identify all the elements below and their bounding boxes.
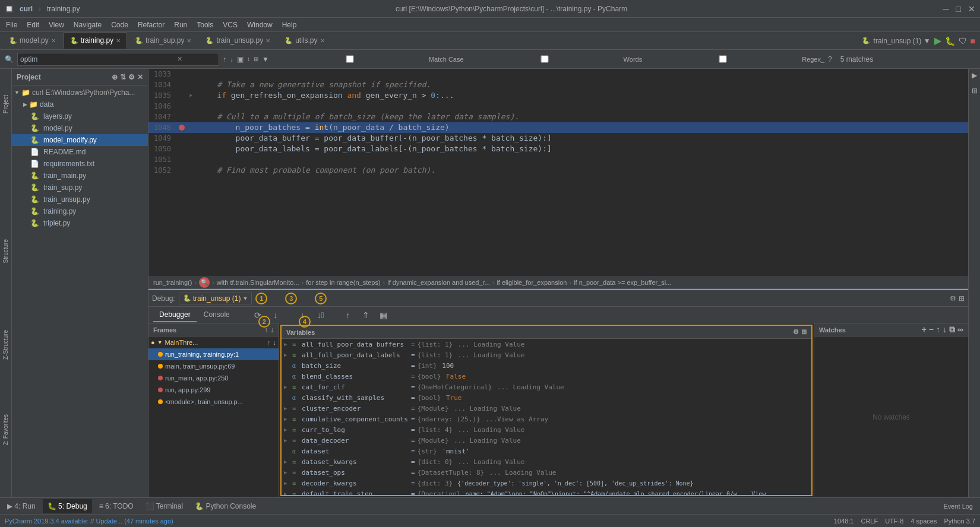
tree-train-main-py[interactable]: 🐍 train_main.py [12,170,148,182]
close-btn[interactable]: ✕ [968,4,975,14]
frame-run-main[interactable]: run_main, app.py:250 [148,372,279,384]
tree-train-sup-py[interactable]: 🐍 train_sup.py [12,182,148,193]
menu-help[interactable]: Help [279,20,301,30]
menu-run[interactable]: Run [170,20,191,30]
tab-train-sup-py[interactable]: 🐍 train_sup.py ✕ [128,32,198,49]
thread-nav-down[interactable]: ↓ [273,339,277,346]
event-log-btn[interactable]: Event Log [938,503,978,510]
debug-settings-icon[interactable]: ⚙ [950,294,956,303]
panel-settings-icon[interactable]: ⚙ [128,73,135,81]
var-blend-classes[interactable]: α blend_classes = {bool} False [282,371,811,382]
var-all-full-poor-data-labels[interactable]: ▶ ≡ all_full_poor_data_labels = {list: 1… [282,350,811,360]
minimize-btn[interactable]: ─ [943,4,949,14]
python-version[interactable]: Python 3.7 [944,518,975,525]
tree-requirements-txt[interactable]: 📄 requirements.txt [12,158,148,170]
search-prev-btn[interactable]: ↑ [223,55,226,64]
var-all-full-poor-data-buffers[interactable]: ▶ ≡ all_full_poor_data_buffers = {list: … [282,339,811,350]
watches-copy-btn[interactable]: ⧉ [949,325,955,335]
run-debug-btn[interactable]: 🐛 [945,36,955,46]
main-thread[interactable]: ● ▼ MainThre... ↑ ↓ [148,336,279,348]
tab-run[interactable]: ▶ 4: Run [2,499,40,513]
sidebar-zstructure-label[interactable]: Z-Structure [1,328,10,362]
tab-close-icon[interactable]: ✕ [265,37,270,44]
panel-sync-icon[interactable]: ⇅ [120,73,126,81]
menu-window[interactable]: Window [244,20,276,30]
search-next-btn[interactable]: ↓ [230,55,233,64]
watches-add-btn[interactable]: + [922,325,927,335]
match-case-option[interactable]: Match Case [273,55,464,63]
var-batch-size[interactable]: α batch_size = {int} 100 [282,360,811,371]
tab-close-icon[interactable]: ✕ [186,37,191,44]
menu-refactor[interactable]: Refactor [134,20,168,30]
tree-model-modify-py[interactable]: 🐍 model_modify.py [12,134,148,146]
var-default-train-step[interactable]: ▶ ≡ default_train_step = {Operation} nam… [282,488,811,495]
search-clear-btn[interactable]: ✕ [177,55,182,63]
search-floating-btn[interactable]: 🔍 [199,277,210,288]
menu-view[interactable]: View [45,20,68,30]
search-multiline2-btn[interactable]: ⊞ [254,56,258,62]
tab-close-icon[interactable]: ✕ [51,37,56,44]
match-case-checkbox[interactable] [273,55,427,63]
sidebar-project-label[interactable]: Project [1,93,10,116]
var-data-decoder[interactable]: ▶ ≡ data_decoder = {Module} ... Loading … [282,435,811,446]
breadcrumb-if-n-poor[interactable]: if n_poor_data >= exp_buffer_si... [574,279,671,286]
console-tab[interactable]: Console [198,308,236,322]
run-config-name[interactable]: train_unsup (1) ▼ [874,37,931,45]
sidebar-structure-label[interactable]: Structure [1,237,10,266]
breadcrumb-if-dynamic[interactable]: if dynamic_expansion and used_r... [387,279,489,286]
var-curr-to-log[interactable]: ▶ ≡ curr_to_log = {list: 4} ... Loading … [282,424,811,435]
debug-frames-btn[interactable]: ▦ [377,309,390,322]
tree-root[interactable]: ▼ 📁 curl E:\Windows\Python\Pycha... [12,87,148,99]
frame-main[interactable]: main, train_unsup.py:69 [148,360,279,372]
search-multiline-btn[interactable]: ↕ [247,56,250,62]
run-coverage-btn[interactable]: 🛡 [959,36,967,46]
menu-vcs[interactable]: VCS [219,20,241,30]
update-message[interactable]: PyCharm 2019.3.4 available: // Update...… [5,518,173,525]
tab-close-icon[interactable]: ✕ [320,37,325,44]
indent[interactable]: 4 spaces [911,518,937,525]
debug-run-cursor-btn[interactable]: ⇑ [359,309,372,322]
tab-utils-py[interactable]: 🐍 utils.py ✕ [278,32,331,49]
breadcrumb-with[interactable]: with tf.train.SingularMonito... [217,279,299,286]
tab-terminal[interactable]: ⬛ Terminal [141,499,188,513]
menu-navigate[interactable]: Navigate [70,20,105,30]
debug-session-selector[interactable]: 🐍 train_unsup (1) ▼ [179,293,252,304]
var-decoder-kwargs[interactable]: ▶ ≡ decoder_kwargs = {dict: 3} {'decoder… [282,478,811,488]
breadcrumb-if-eligible[interactable]: if eligible_for_expansion [497,279,567,286]
panel-add-icon[interactable]: ⊕ [112,73,118,81]
line-ending[interactable]: CRLF [861,518,878,525]
var-cumulative-component-counts[interactable]: ▶ ≡ cumulative_component_counts = {ndarr… [282,414,811,424]
tab-close-icon[interactable]: ✕ [116,37,121,44]
tab-model-py[interactable]: 🐍 model.py ✕ [2,32,62,49]
thread-nav-up[interactable]: ↑ [267,339,271,346]
debug-layout-icon[interactable]: ⊞ [959,294,965,303]
tree-train-unsup-py[interactable]: 🐍 train_unsup.py [12,193,148,205]
var-cat-for-clf[interactable]: ▶ ≡ cat_for_clf = {OneHotCategorical} ..… [282,382,811,392]
tab-todo[interactable]: ≡ 6: TODO [94,499,138,513]
tab-debug[interactable]: 🐛 5: Debug [43,499,92,513]
words-option[interactable]: Words [467,55,643,63]
debug-step-over-btn[interactable]: ↓ [296,309,309,322]
right-sidebar-icon-1[interactable]: ▶ [972,71,977,80]
regex-help-icon[interactable]: ? [828,55,832,64]
encoding[interactable]: UTF-8 [885,518,903,525]
menu-edit[interactable]: Edit [23,20,43,30]
panel-close-icon[interactable]: ✕ [137,73,143,81]
var-classify-with-samples[interactable]: α classify_with_samples = {bool} True [282,392,811,403]
var-dataset-kwargs[interactable]: ▶ ≡ dataset_kwargs = {dict: 0} ... Loadi… [282,456,811,467]
tab-train-unsup-py[interactable]: 🐍 train_unsup.py ✕ [199,32,277,49]
watches-infinite-btn[interactable]: ∞ [957,325,963,335]
var-cluster-encoder[interactable]: ▶ ≡ cluster_encoder = {Module} ... Loadi… [282,403,811,414]
frame-run[interactable]: run, app.py:299 [148,384,279,396]
menu-tools[interactable]: Tools [193,20,217,30]
words-checkbox[interactable] [467,55,622,63]
menu-file[interactable]: File [2,20,21,30]
menu-code[interactable]: Code [108,20,132,30]
tree-readme-md[interactable]: 📄 README.md [12,146,148,158]
tree-model-py[interactable]: 🐍 model.py [12,122,148,134]
debug-rerun-btn[interactable]: ⟳ [251,309,264,322]
tree-triplet-py[interactable]: 🐍 triplet.py [12,217,148,229]
regex-option[interactable]: Regex_ [646,55,824,63]
frame-run-training[interactable]: run_training, training.py:1 [148,348,279,360]
code-editor[interactable]: 1033 1034 # Take a new generative snapsh… [148,69,968,276]
